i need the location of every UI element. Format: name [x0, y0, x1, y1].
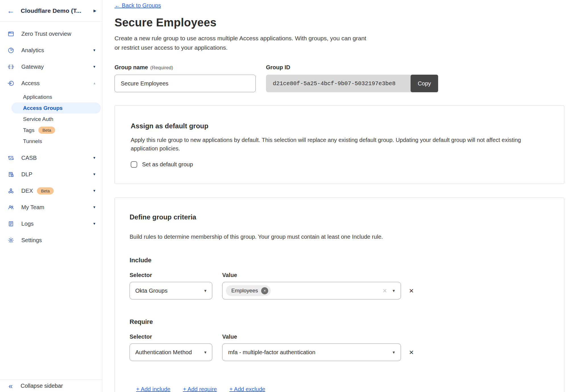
chevron-down-icon[interactable]: ▼ [392, 350, 396, 355]
group-name-input[interactable] [115, 75, 256, 92]
sidebar: ← Cloudflare Demo (T... ▶ Zero Trust ove… [0, 0, 102, 392]
employees-chip: Employees ✕ [226, 285, 271, 296]
assign-default-group-heading: Assign as default group [131, 122, 548, 130]
sidebar-item-casb[interactable]: CASB ▼ [0, 150, 102, 166]
sidebar-item-label: My Team [21, 204, 44, 211]
sidebar-item-access-groups[interactable]: Access Groups [11, 102, 101, 114]
back-arrow-icon[interactable]: ← [7, 7, 14, 14]
chevron-down-icon: ▼ [203, 350, 207, 355]
add-rule-links: + Add include + Add require + Add exclud… [136, 386, 548, 392]
sidebar-item-zero-trust-overview[interactable]: Zero Trust overview [0, 26, 102, 42]
require-rule-row: Authentication Method ▼ mfa - multiple-f… [130, 343, 548, 361]
group-name-column: Group name(Required) [115, 64, 256, 92]
sidebar-item-my-team[interactable]: My Team ▼ [0, 199, 102, 215]
sidebar-item-dlp[interactable]: DLP ▼ [0, 166, 102, 183]
document-lock-icon [7, 171, 14, 178]
chevron-down-icon[interactable]: ▼ [93, 48, 96, 52]
sidebar-item-settings[interactable]: Settings [0, 232, 102, 248]
sidebar-item-service-auth[interactable]: Service Auth [0, 114, 102, 125]
access-subnav: Applications Access Groups Service Auth … [0, 91, 102, 147]
chevron-down-icon[interactable]: ▼ [93, 189, 96, 193]
require-selector-dropdown[interactable]: Authentication Method ▼ [130, 343, 212, 361]
chevron-down-icon[interactable]: ▼ [93, 156, 96, 160]
beta-badge: Beta [37, 187, 54, 194]
require-section-title: Require [130, 318, 548, 326]
require-selector-label: Selector [130, 334, 222, 340]
sidebar-item-label: Zero Trust overview [21, 31, 71, 37]
define-group-criteria-description: Build rules to determine membership of t… [130, 234, 548, 240]
page-title: Secure Employees [115, 16, 565, 29]
include-labels-row: Selector Value [130, 272, 548, 278]
chevron-down-icon[interactable]: ▼ [93, 172, 96, 176]
sidebar-item-logs[interactable]: Logs ▼ [0, 215, 102, 232]
include-section-title: Include [130, 257, 548, 264]
sidebar-item-tunnels[interactable]: Tunnels [0, 136, 102, 147]
remove-require-rule-icon[interactable]: ✕ [409, 349, 414, 355]
chevron-up-icon[interactable]: ▲ [93, 81, 96, 85]
chevron-down-icon: ▼ [203, 289, 207, 293]
sidebar-item-gateway[interactable]: Gateway ▼ [0, 58, 102, 75]
sidebar-item-dex[interactable]: DEX Beta ▼ [0, 183, 102, 199]
set-default-group-label: Set as default group [142, 161, 193, 168]
sidebar-nav: Zero Trust overview Analytics ▼ Gateway … [0, 22, 102, 248]
sidebar-item-label: Analytics [21, 47, 44, 54]
set-default-group-checkbox[interactable] [131, 161, 137, 168]
access-icon [7, 80, 14, 87]
sidebar-item-label: DLP [21, 171, 32, 178]
include-selector-dropdown[interactable]: Okta Groups ▼ [130, 282, 212, 299]
collapse-sidebar-icon: « [9, 382, 13, 390]
main-content: ← Back to Groups Secure Employees Create… [102, 0, 568, 392]
list-document-icon [7, 220, 14, 227]
define-group-criteria-heading: Define group criteria [130, 213, 548, 221]
define-group-criteria-card: Define group criteria Build rules to det… [115, 198, 564, 392]
people-icon [7, 204, 14, 211]
collapse-sidebar-button[interactable]: « Collapse sidebar [0, 380, 102, 392]
gear-icon [7, 237, 14, 244]
sidebar-header: ← Cloudflare Demo (T... ▶ [0, 0, 102, 22]
group-name-id-row: Group name(Required) Group ID d21ce80f-5… [115, 64, 565, 92]
sidebar-item-analytics[interactable]: Analytics ▼ [0, 42, 102, 58]
group-id-row: d21ce80f-5a25-4bcf-9b07-5032197e3be8 Cop… [266, 75, 438, 92]
sidebar-item-label: Access [21, 80, 39, 87]
account-title: Cloudflare Demo (T... [21, 7, 81, 14]
group-id-value: d21ce80f-5a25-4bcf-9b07-5032197e3be8 [266, 75, 413, 92]
sidebar-item-tags[interactable]: Tags Beta [0, 125, 102, 136]
sidebar-item-applications[interactable]: Applications [0, 91, 102, 102]
sidebar-item-access[interactable]: Access ▲ [0, 75, 102, 91]
chevron-down-icon[interactable]: ▼ [93, 205, 96, 209]
chevron-right-icon[interactable]: ▶ [93, 9, 96, 13]
add-exclude-link[interactable]: + Add exclude [229, 386, 265, 392]
casb-icon [7, 154, 14, 161]
beta-badge: Beta [38, 127, 55, 134]
assign-default-group-card: Assign as default group Apply this rule … [115, 105, 564, 184]
require-labels-row: Selector Value [130, 334, 548, 340]
add-include-link[interactable]: + Add include [136, 386, 170, 392]
chevron-down-icon[interactable]: ▼ [392, 289, 396, 293]
page-description: Create a new rule group to use across mu… [115, 33, 565, 52]
sidebar-item-label: Settings [21, 237, 42, 244]
required-hint: (Required) [150, 65, 173, 70]
remove-chip-icon[interactable]: ✕ [261, 287, 268, 294]
sidebar-item-label: DEX [21, 188, 33, 194]
network-nodes-icon [7, 187, 14, 194]
group-id-label: Group ID [266, 64, 438, 71]
clear-value-icon[interactable]: ✕ [382, 288, 387, 294]
back-to-groups-link[interactable]: ← Back to Groups [115, 2, 161, 9]
copy-button[interactable]: Copy [411, 75, 438, 92]
include-rule-row: Okta Groups ▼ Employees ✕ ✕ ▼ ✕ [130, 282, 548, 299]
include-value-multiselect[interactable]: Employees ✕ ✕ ▼ [222, 282, 401, 299]
browser-window-icon [7, 30, 14, 37]
include-selector-label: Selector [130, 272, 222, 278]
assign-default-group-description: Apply this rule group to new application… [131, 136, 548, 153]
sidebar-item-label: Gateway [21, 64, 44, 70]
set-default-group-row[interactable]: Set as default group [131, 161, 548, 168]
chevron-down-icon[interactable]: ▼ [93, 222, 96, 226]
add-require-link[interactable]: + Add require [183, 386, 217, 392]
chevron-down-icon[interactable]: ▼ [93, 65, 96, 69]
remove-include-rule-icon[interactable]: ✕ [409, 288, 414, 294]
include-value-label: Value [222, 272, 237, 278]
group-name-label: Group name(Required) [115, 64, 256, 71]
require-value-dropdown[interactable]: mfa - multiple-factor authentication ▼ [222, 343, 401, 361]
pie-chart-icon [7, 47, 14, 54]
sidebar-item-label: Logs [21, 221, 34, 227]
